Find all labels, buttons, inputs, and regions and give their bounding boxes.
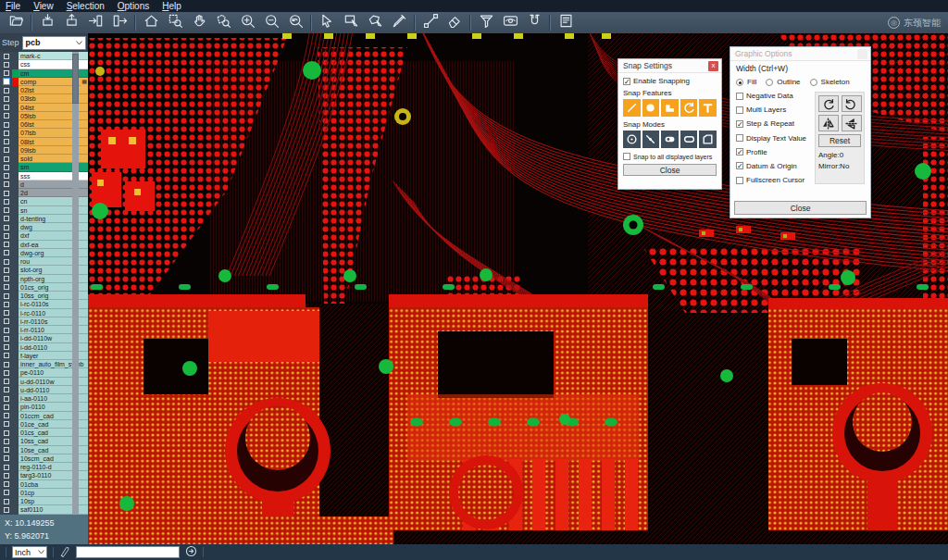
layer-checkbox[interactable] (0, 326, 12, 334)
checkbox-icon[interactable] (4, 387, 9, 392)
layer-checkbox[interactable] (0, 420, 12, 429)
toolbar-import-button[interactable] (35, 13, 59, 32)
command-input[interactable] (76, 546, 180, 558)
layer-checkbox[interactable] (0, 505, 12, 514)
snap-mode-snap-line-button[interactable] (642, 131, 660, 148)
layer-checkbox[interactable] (0, 189, 12, 197)
checkbox-icon[interactable] (4, 131, 9, 136)
checkbox-icon[interactable] (4, 79, 9, 84)
checkbox-icon[interactable] (4, 344, 9, 350)
layer-checkbox[interactable] (0, 360, 12, 368)
layer-checkbox[interactable] (0, 317, 12, 326)
snap-mode-slot-outline-button[interactable] (680, 131, 698, 148)
checkbox-icon[interactable] (4, 404, 9, 410)
checkbox-icon[interactable] (736, 134, 743, 142)
checkbox-icon[interactable] (736, 93, 743, 100)
snap-feature-text-button[interactable] (699, 99, 717, 117)
checkbox-icon[interactable] (4, 293, 9, 299)
layer-checkbox[interactable] (0, 94, 12, 103)
layer-checkbox[interactable] (0, 60, 12, 68)
radio-fill[interactable] (736, 79, 743, 86)
toolbar-zoom-prev-button[interactable] (283, 13, 307, 32)
layer-checkbox[interactable] (0, 446, 12, 454)
layer-checkbox[interactable] (0, 437, 12, 445)
checkbox-icon[interactable] (4, 268, 9, 273)
layer-checkbox[interactable] (0, 155, 12, 163)
unit-select[interactable]: Inch (12, 546, 47, 558)
reset-button[interactable]: Reset (818, 134, 861, 147)
enable-snapping-checkbox[interactable]: ✓ Enable Snapping (623, 77, 717, 85)
toolbar-zoom-select-button[interactable] (163, 13, 187, 32)
checkbox-icon[interactable] (4, 181, 9, 187)
toolbar-measure-button[interactable] (418, 13, 443, 32)
snap-settings-titlebar[interactable]: Snap Settings x (618, 59, 721, 73)
layer-checkbox[interactable] (0, 283, 12, 292)
toolbar-magnet-button[interactable] (522, 13, 546, 32)
layer-checkbox[interactable] (0, 454, 12, 463)
checkbox-icon[interactable] (4, 396, 9, 402)
checkbox-icon[interactable] (4, 96, 9, 102)
graphic-check-step-repeat[interactable]: ✓Step & Repeat (736, 119, 811, 128)
layer-checkbox[interactable] (0, 368, 12, 377)
menu-item-options[interactable]: Options (118, 0, 149, 12)
snap-mode-corner-button[interactable] (699, 131, 717, 148)
checkbox-icon[interactable] (4, 105, 9, 110)
checkbox-icon[interactable] (4, 147, 9, 153)
layer-checkbox[interactable] (0, 104, 12, 112)
checkbox-icon[interactable] (4, 276, 9, 281)
toolbar-home-button[interactable] (139, 13, 163, 32)
layer-checkbox[interactable] (0, 120, 12, 129)
radio-skeleton[interactable] (810, 79, 817, 86)
checkbox-icon[interactable] (4, 242, 9, 247)
checkbox-icon[interactable]: ✓ (736, 162, 743, 169)
apply-icon[interactable] (185, 544, 197, 560)
layer-checkbox[interactable] (0, 129, 12, 137)
layer-checkbox[interactable] (0, 480, 12, 489)
layer-checkbox[interactable] (0, 403, 12, 411)
menu-item-help[interactable]: Help (162, 0, 181, 12)
graphic-check-fullscreen-cursor[interactable]: Fullscreen Cursor (736, 176, 811, 184)
layer-checkbox[interactable] (0, 223, 12, 231)
checkbox-icon[interactable] (4, 481, 9, 487)
menu-item-selection[interactable]: Selection (67, 0, 105, 12)
graphic-options-titlebar[interactable]: Graphic Options (730, 47, 870, 61)
checkbox-icon[interactable] (736, 177, 743, 184)
layer-checkbox[interactable] (0, 300, 12, 308)
close-icon[interactable] (857, 49, 867, 59)
flip-h-button[interactable] (818, 115, 839, 131)
toolbar-select-button[interactable] (315, 13, 339, 32)
toolbar-step-back-button[interactable] (83, 13, 107, 32)
layer-checkbox[interactable] (0, 292, 12, 300)
checkbox-icon[interactable] (4, 207, 9, 213)
layer-checkbox[interactable] (0, 146, 12, 155)
checkbox-icon[interactable] (4, 156, 9, 162)
checkbox-icon[interactable] (4, 328, 9, 333)
graphic-check-negative-data[interactable]: Negative Data (736, 92, 811, 100)
checkbox-icon[interactable] (4, 413, 9, 418)
checkbox-icon[interactable] (4, 191, 9, 196)
toolbar-zoom-in-button[interactable] (235, 13, 259, 32)
checkbox-icon[interactable]: ✓ (736, 120, 743, 128)
close-icon[interactable]: x (708, 61, 718, 71)
pcb-canvas[interactable]: Snap Settings x ✓ Enable Snapping Snap F… (88, 33, 948, 544)
toolbar-view-button[interactable] (498, 13, 522, 32)
checkbox-icon[interactable] (4, 139, 9, 144)
checkbox-icon[interactable] (4, 250, 9, 255)
layer-grid-icon[interactable]: ▦ (81, 78, 88, 86)
script-icon[interactable] (59, 544, 70, 560)
checkbox-icon[interactable] (4, 199, 9, 205)
layer-checkbox[interactable] (0, 429, 12, 437)
checkbox-icon[interactable] (4, 62, 9, 68)
graphic-check-display-text-value[interactable]: Display Text Value (736, 134, 811, 143)
layer-checkbox[interactable] (0, 352, 12, 360)
layer-checkbox[interactable] (0, 138, 12, 146)
checkbox-icon[interactable] (4, 507, 9, 513)
scrollbar-thumb[interactable] (72, 54, 79, 104)
snap-feature-pad-button[interactable] (642, 99, 660, 117)
snap-feature-arc-button[interactable] (680, 99, 698, 117)
radio-outline[interactable] (766, 79, 773, 86)
toolbar-zoom-out-button[interactable] (259, 13, 283, 32)
checkbox-icon[interactable] (4, 362, 9, 367)
snap-all-layers-checkbox[interactable]: Snap to all displayed layers (623, 153, 717, 160)
checkbox-icon[interactable] (4, 225, 9, 230)
